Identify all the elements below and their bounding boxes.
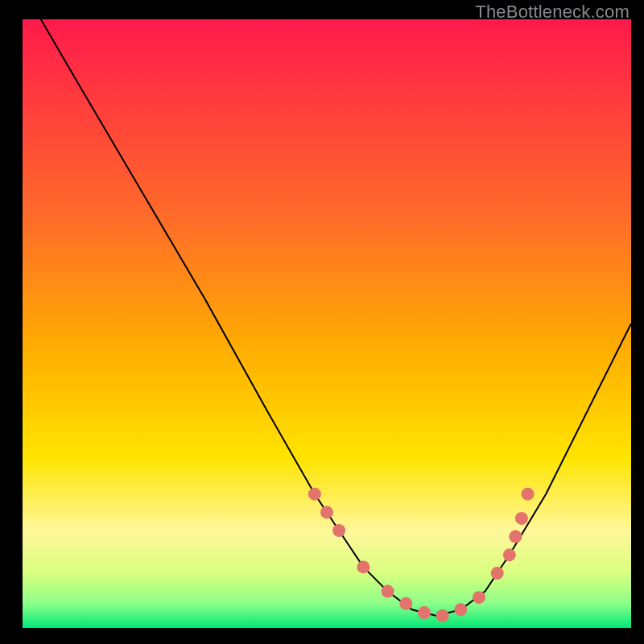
marker-point bbox=[332, 524, 345, 537]
marker-point bbox=[503, 548, 516, 561]
gradient-background bbox=[23, 19, 631, 628]
marker-point bbox=[357, 560, 369, 573]
marker-point bbox=[320, 506, 333, 518]
marker-point bbox=[454, 603, 467, 616]
watermark-text: TheBottleneck.com bbox=[475, 2, 630, 23]
marker-point bbox=[473, 591, 485, 604]
marker-point bbox=[418, 606, 431, 619]
marker-point bbox=[308, 488, 321, 501]
marker-point bbox=[382, 585, 394, 598]
marker-point bbox=[491, 567, 504, 580]
marker-point bbox=[399, 597, 412, 610]
chart-frame bbox=[23, 19, 631, 628]
marker-point bbox=[515, 512, 528, 525]
marker-point bbox=[522, 488, 535, 501]
marker-point bbox=[509, 530, 522, 543]
marker-point bbox=[436, 609, 449, 622]
bottleneck-chart bbox=[23, 19, 631, 628]
